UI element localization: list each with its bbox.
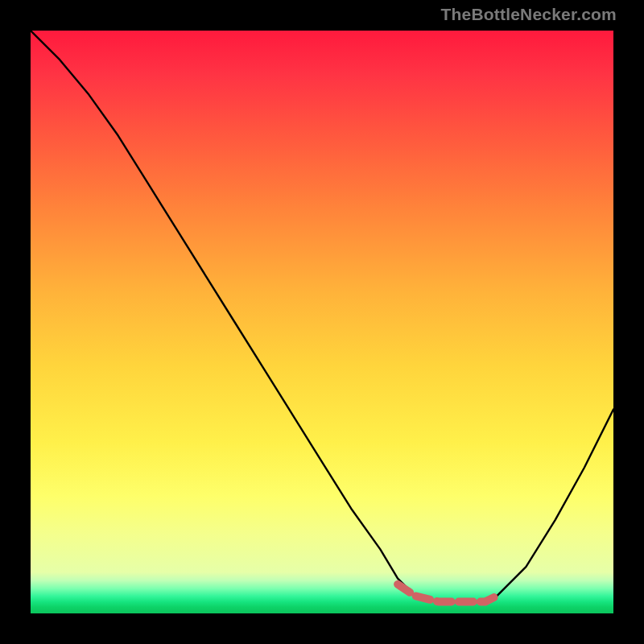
trough-highlight-line	[398, 584, 497, 602]
curve-layer	[31, 31, 613, 613]
bottleneck-curve-line	[31, 31, 613, 602]
watermark-text: TheBottleNecker.com	[440, 5, 617, 24]
plot-area	[31, 31, 613, 613]
chart-frame: TheBottleNecker.com	[0, 0, 644, 644]
